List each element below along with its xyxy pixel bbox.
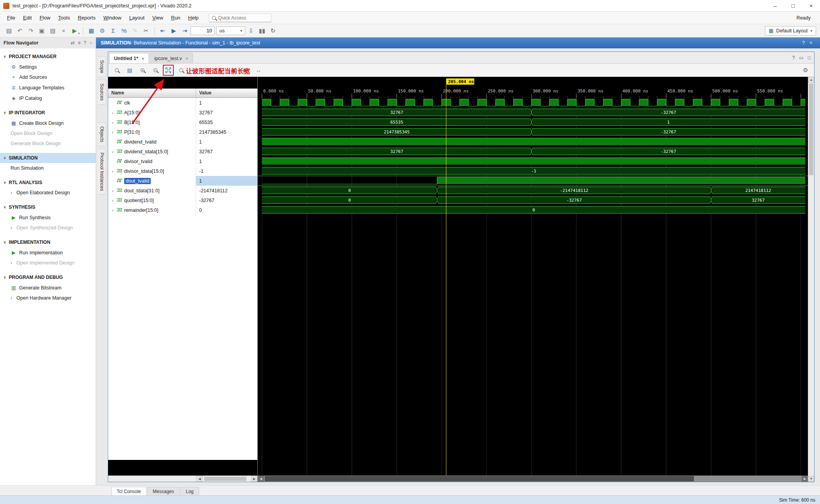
side-tab-protocol-instances[interactable]: Protocol Instances xyxy=(98,149,106,195)
flow-item-run-synthesis[interactable]: ▶Run Synthesis xyxy=(0,212,96,223)
paste-icon[interactable]: ▨ xyxy=(48,26,58,36)
flow-section-simulation[interactable]: ∨SIMULATION xyxy=(0,153,96,163)
signal-row-a-15-0-[interactable]: ›A[15:0]32767 xyxy=(108,108,257,117)
chevron-right-icon[interactable]: › xyxy=(11,190,14,195)
menu-file[interactable]: File xyxy=(3,13,19,23)
signal-value-cell[interactable]: 1 xyxy=(196,137,257,147)
chevron-right-icon[interactable]: › xyxy=(111,169,115,174)
quick-access-input[interactable] xyxy=(218,15,264,21)
search-icon[interactable] xyxy=(112,66,121,75)
scroll-down-icon[interactable]: ▼ xyxy=(808,476,814,482)
chevron-right-icon[interactable]: › xyxy=(111,120,115,125)
close-icon[interactable]: × xyxy=(185,56,188,61)
signal-value-cell[interactable]: 1 xyxy=(196,98,257,108)
menu-window[interactable]: Window xyxy=(100,13,125,23)
float-icon[interactable]: ▭ xyxy=(799,55,803,60)
chevron-right-icon[interactable]: › xyxy=(11,261,14,265)
flow-section-implementation[interactable]: ∨IMPLEMENTATION xyxy=(0,237,96,247)
redo-icon[interactable]: ↷ xyxy=(26,26,36,36)
previous-transition-icon[interactable]: ⇤ xyxy=(189,66,199,75)
copy-icon[interactable]: ▣ xyxy=(37,26,47,36)
zoom-to-cursor-icon[interactable] xyxy=(176,66,186,75)
chevron-right-icon[interactable]: › xyxy=(111,208,115,213)
flow-item-create-block-design[interactable]: ▦Create Block Design xyxy=(0,118,96,128)
scrollbar-thumb[interactable] xyxy=(809,83,813,175)
side-tab-sources[interactable]: Sources xyxy=(98,80,106,105)
signal-name-cell[interactable]: ›remainder[15:0] xyxy=(108,205,196,215)
waveform-vertical-scrollbar[interactable]: ▲ ▼ xyxy=(808,77,814,482)
menu-help[interactable]: Help xyxy=(184,13,203,23)
close-icon[interactable]: × xyxy=(142,56,144,61)
zoom-out-icon[interactable]: − xyxy=(151,66,160,75)
minimize-button[interactable]: – xyxy=(766,0,784,11)
signal-value-cell[interactable]: 32767 xyxy=(196,108,257,117)
help-icon[interactable]: ? xyxy=(792,55,795,60)
chevron-right-icon[interactable]: › xyxy=(111,198,115,203)
console-tab-messages[interactable]: Messages xyxy=(147,487,180,495)
tab-untitled-1-[interactable]: Untitled 1*× xyxy=(109,53,149,63)
maximize-button[interactable]: □ xyxy=(784,0,802,11)
scrollbar-thumb[interactable] xyxy=(265,476,694,481)
time-input[interactable] xyxy=(191,27,215,35)
quick-access-search[interactable] xyxy=(209,14,271,22)
scroll-right-icon[interactable]: ▶ xyxy=(802,476,808,482)
signal-row-divisor-tdata-15-0-[interactable]: ›divisor_tdata[15:0]-1 xyxy=(108,166,257,176)
flow-item-run-simulation[interactable]: Run Simulation xyxy=(0,163,96,173)
zoom-fit-icon[interactable] xyxy=(164,66,173,75)
flow-item-open-elaborated-design[interactable]: ›Open Elaborated Design xyxy=(0,188,96,198)
signal-row-dout-tvalid[interactable]: dout_tvalid1 xyxy=(108,176,257,186)
flow-item-language-templates[interactable]: ≣Language Templates xyxy=(0,82,96,93)
menu-flow[interactable]: Flow xyxy=(36,13,54,23)
close-icon[interactable]: × xyxy=(809,40,812,46)
flow-item-add-sources[interactable]: +Add Sources xyxy=(0,72,96,82)
signal-name-cell[interactable]: ›divisor_tdata[15:0] xyxy=(108,166,196,176)
step-icon[interactable]: ⇥ xyxy=(180,26,190,36)
panel-horizontal-scrollbar[interactable]: ◀ ▶ xyxy=(108,476,257,482)
save-waveform-icon[interactable]: ▤ xyxy=(125,66,134,75)
signal-name-cell[interactable]: ›dividend_tdata[15:0] xyxy=(108,147,196,156)
side-tab-objects[interactable]: Objects xyxy=(98,122,106,146)
collapse-all-icon[interactable]: ≡ xyxy=(78,40,80,46)
menu-tools[interactable]: Tools xyxy=(54,13,74,23)
flow-item-generate-bitstream[interactable]: ▥Generate Bitstream xyxy=(0,282,96,293)
flow-section-ip-integrator[interactable]: ∨IP INTEGRATOR xyxy=(0,108,96,118)
minimize-icon[interactable]: − xyxy=(89,40,92,46)
menu-layout[interactable]: Layout xyxy=(125,13,148,23)
next-transition-icon[interactable]: ⇥ xyxy=(202,66,212,75)
signal-name-cell[interactable]: divisor_tvalid xyxy=(108,156,196,166)
signal-row-p-31-0-[interactable]: ›P[31:0]2147385345 xyxy=(108,127,257,137)
chevron-right-icon[interactable]: › xyxy=(11,296,14,300)
scroll-left-icon[interactable]: ◀ xyxy=(258,476,264,482)
go-to-previous-marker-icon[interactable]: ◀ xyxy=(228,66,237,75)
signal-value-cell[interactable]: 2147385345 xyxy=(196,127,257,137)
signal-value-cell[interactable]: 65535 xyxy=(196,117,257,127)
delete-icon[interactable]: × xyxy=(59,26,69,36)
maximize-icon[interactable]: □ xyxy=(808,55,811,60)
run-all-icon[interactable]: ▶ xyxy=(169,26,179,36)
scrollbar-thumb[interactable] xyxy=(204,477,246,481)
signal-row-quotient-15-0-[interactable]: ›quotient[15:0]-32767 xyxy=(108,195,257,205)
add-marker-icon[interactable]: + xyxy=(215,66,225,75)
tab-ipcore-test-v[interactable]: ipcore_test.v× xyxy=(150,53,193,63)
waveform-horizontal-scrollbar[interactable]: ◀ ▶ xyxy=(258,476,808,482)
flow-section-synthesis[interactable]: ∨SYNTHESIS xyxy=(0,202,96,212)
flow-section-project-manager[interactable]: ∨PROJECT MANAGER xyxy=(0,51,96,62)
save-icon[interactable]: ▤ xyxy=(4,26,14,36)
menu-edit[interactable]: Edit xyxy=(19,13,36,23)
signal-value-cell[interactable]: -2147418112 xyxy=(196,186,257,195)
signal-name-cell[interactable]: dividend_tvalid xyxy=(108,137,196,147)
signal-value-cell[interactable]: 1 xyxy=(196,156,257,166)
close-button[interactable]: × xyxy=(802,0,820,11)
time-unit-select[interactable]: us▾ xyxy=(216,27,245,35)
signal-row-dividend-tdata-15-0-[interactable]: ›dividend_tdata[15:0]32767 xyxy=(108,147,257,156)
signal-name-cell[interactable]: ›P[31:0] xyxy=(108,127,196,137)
signal-name-cell[interactable]: dout_tvalid xyxy=(108,176,196,186)
flow-section-rtl-analysis[interactable]: ∨RTL ANALYSIS xyxy=(0,177,96,188)
chevron-right-icon[interactable]: › xyxy=(111,130,115,135)
flow-item-ip-catalog[interactable]: ◈IP Catalog xyxy=(0,93,96,103)
signal-value-cell[interactable]: -1 xyxy=(196,166,257,176)
flow-item-run-implementation[interactable]: ▶Run Implementation xyxy=(0,247,96,258)
relaunch-icon[interactable]: ↻ xyxy=(268,26,278,36)
run-icon[interactable]: ▶▾ xyxy=(70,26,80,36)
edit-icon[interactable]: ✎ xyxy=(130,26,140,36)
